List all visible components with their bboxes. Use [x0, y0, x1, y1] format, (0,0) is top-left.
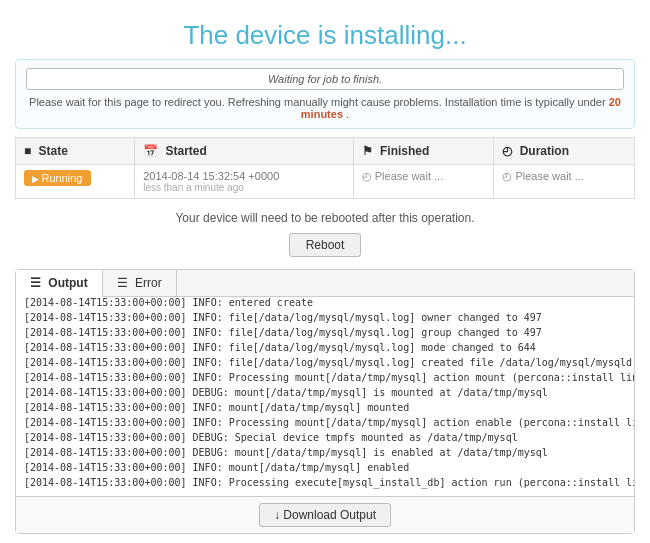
tabs-row: ☰ Output ☰ Error [16, 270, 634, 297]
list-icon: ☰ [30, 276, 41, 290]
download-bar: ↓ Download Output [16, 497, 634, 533]
output-section: ☰ Output ☰ Error [2014-08-14T15:33:00+00… [15, 269, 635, 534]
finished-value: Please wait ... [375, 170, 443, 182]
finished-cell: ◴ Please wait ... [353, 165, 494, 199]
log-line: [2014-08-14T15:33:00+00:00] INFO: file[/… [24, 355, 626, 370]
error-list-icon: ☰ [117, 276, 128, 290]
warning-text-end: . [346, 108, 349, 120]
progress-bar-label: Waiting for job to finish. [268, 73, 382, 85]
log-line: [2014-08-14T15:33:00+00:00] INFO: Proces… [24, 415, 626, 430]
warning-text: Please wait for this page to redirect yo… [26, 96, 624, 120]
page-wrapper: The device is installing... Waiting for … [0, 0, 650, 543]
col-finished: ⚑ Finished [353, 138, 494, 165]
log-area[interactable]: [2014-08-14T15:33:00+00:00] INFO: direct… [16, 297, 634, 497]
flag-icon: ⚑ [362, 144, 373, 158]
col-started: 📅 Started [135, 138, 354, 165]
state-cell: Running [16, 165, 135, 199]
started-ago: less than a minute ago [143, 182, 345, 193]
log-line: [2014-08-14T15:33:00+00:00] DEBUG: Speci… [24, 430, 626, 445]
started-time: 2014-08-14 15:32:54 +0000 [143, 170, 345, 182]
duration-cell: ◴ Please wait ... [494, 165, 635, 199]
finished-clock-icon: ◴ [362, 170, 375, 182]
calendar-icon: 📅 [143, 144, 158, 158]
clock-icon: ◴ [502, 144, 512, 158]
log-line: [2014-08-14T15:33:00+00:00] DEBUG: mount… [24, 385, 626, 400]
reboot-message: Your device will need to be rebooted aft… [15, 211, 635, 225]
reboot-button[interactable]: Reboot [289, 233, 362, 257]
col-state: ■ State [16, 138, 135, 165]
log-line: [2014-08-14T15:33:00+00:00] INFO: Proces… [24, 370, 626, 385]
state-badge: Running [24, 170, 91, 186]
progress-bar-track: Waiting for job to finish. [26, 68, 624, 90]
log-line: [2014-08-14T15:33:00+00:00] INFO: mount[… [24, 460, 626, 475]
main-title: The device is installing... [15, 20, 635, 51]
tab-output[interactable]: ☰ Output [16, 270, 103, 297]
state-icon: ■ [24, 144, 31, 158]
log-line: [2014-08-14T15:33:00+00:00] INFO: file[/… [24, 310, 626, 325]
log-line: [2014-08-14T15:33:00+00:00] DEBUG: mount… [24, 445, 626, 460]
log-line: [2014-08-14T15:33:00+00:00] INFO: Proces… [24, 475, 626, 490]
tab-error[interactable]: ☰ Error [103, 270, 177, 296]
started-cell: 2014-08-14 15:32:54 +0000 less than a mi… [135, 165, 354, 199]
download-button[interactable]: ↓ Download Output [259, 503, 391, 527]
duration-clock-icon: ◴ [502, 170, 515, 182]
duration-value: Please wait ... [515, 170, 583, 182]
log-line: [2014-08-14T15:33:00+00:00] INFO: entere… [24, 297, 626, 310]
status-table: ■ State 📅 Started ⚑ Finished ◴ Duration [15, 137, 635, 199]
col-duration: ◴ Duration [494, 138, 635, 165]
log-line: [2014-08-14T15:33:00+00:00] INFO: file[/… [24, 340, 626, 355]
log-line: [2014-08-14T15:33:00+00:00] INFO: mount[… [24, 400, 626, 415]
title-section: The device is installing... [15, 10, 635, 59]
reboot-section: Your device will need to be rebooted aft… [15, 199, 635, 265]
table-row: Running 2014-08-14 15:32:54 +0000 less t… [16, 165, 635, 199]
warning-text-before: Please wait for this page to redirect yo… [29, 96, 606, 108]
progress-area: Waiting for job to finish. Please wait f… [15, 59, 635, 129]
log-line: [2014-08-14T15:33:00+00:00] INFO: file[/… [24, 325, 626, 340]
